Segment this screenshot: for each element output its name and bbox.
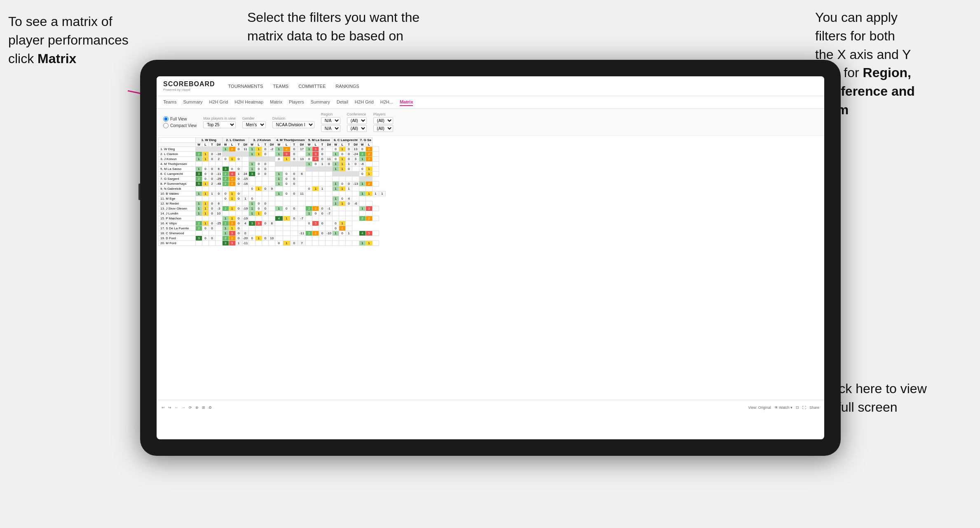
player-name-cell: 5. M La Sasso xyxy=(159,167,196,172)
matrix-cell xyxy=(216,147,223,152)
matrix-cell: 0 xyxy=(275,241,283,246)
subnav-h2h-grid2[interactable]: H2H Grid xyxy=(355,99,374,106)
matrix-cell xyxy=(242,162,249,167)
matrix-cell xyxy=(290,211,298,216)
players-select1[interactable]: (All) xyxy=(373,117,393,124)
matrix-cell xyxy=(352,216,359,221)
matrix-cell: 0 xyxy=(209,236,216,241)
toolbar-grid2-icon[interactable]: ⊡ xyxy=(796,405,799,410)
matrix-cell xyxy=(339,177,346,182)
matrix-cell: 0 xyxy=(235,221,242,226)
toolbar-refresh-icon[interactable]: ⟳ xyxy=(189,405,192,410)
sh-t4: T xyxy=(290,143,298,147)
division-select[interactable]: NCAA Division I xyxy=(272,121,314,128)
player-name-cell: 4. M Thorbjornsen xyxy=(159,162,196,167)
matrix-cell: 1 xyxy=(283,157,290,162)
toolbar-back-icon[interactable]: ← xyxy=(175,405,178,410)
toolbar-share-label[interactable]: Share xyxy=(809,405,819,410)
matrix-cell: 0 xyxy=(319,206,326,211)
table-row: 16. K Vilips210-252204330805001 xyxy=(159,221,386,226)
toolbar-zoom-icon[interactable]: ⊕ xyxy=(195,405,199,410)
subnav-summary[interactable]: Summary xyxy=(183,99,202,106)
region-select2[interactable]: N/A xyxy=(321,125,340,132)
subnav-h2h-grid[interactable]: H2H Grid xyxy=(209,99,228,106)
matrix-cell xyxy=(326,167,333,172)
subnav-h2h-dot[interactable]: H2H... xyxy=(380,99,393,106)
matrix-cell: 1 xyxy=(359,206,366,211)
matrix-cell xyxy=(346,206,352,211)
toolbar-grid-icon[interactable]: ⊞ xyxy=(202,405,205,410)
matrix-cell: 2 xyxy=(222,206,229,211)
matrix-cell xyxy=(290,226,298,231)
subnav-summary2[interactable]: Summary xyxy=(311,99,330,106)
radio-full-view-input[interactable] xyxy=(163,116,169,122)
matrix-cell: 4 xyxy=(359,231,366,236)
matrix-cell: 3 xyxy=(283,152,290,157)
radio-compact-view[interactable]: Compact View xyxy=(163,123,197,128)
subnav-h2h-heatmap[interactable]: H2H Heatmap xyxy=(234,99,263,106)
matrix-cell xyxy=(242,201,249,206)
nav-tournaments[interactable]: TOURNAMENTS xyxy=(228,83,263,90)
filter-conference: Conference (All) (All) xyxy=(347,112,367,132)
matrix-cell: 2 xyxy=(222,172,229,177)
matrix-cell xyxy=(275,236,283,241)
subnav-detail[interactable]: Detail xyxy=(337,99,348,106)
region-select[interactable]: N/A xyxy=(321,117,340,124)
matrix-cell: 1 xyxy=(379,191,385,196)
radio-compact-view-input[interactable] xyxy=(163,123,169,128)
matrix-cell xyxy=(366,162,372,167)
matrix-cell: 24 xyxy=(242,172,249,177)
matrix-cell xyxy=(333,211,339,216)
player-name-cell: 14. J Lundin xyxy=(159,211,196,216)
matrix-cell xyxy=(262,241,269,246)
matrix-cell: 1 xyxy=(202,206,209,211)
toolbar-expand-icon[interactable]: ⛶ xyxy=(802,405,806,410)
sh-t2: T xyxy=(235,143,242,147)
radio-full-view[interactable]: Full View xyxy=(163,116,197,122)
toolbar-watch-label[interactable]: 👁 Watch ▾ xyxy=(774,405,792,410)
matrix-cell xyxy=(372,147,379,152)
nav-teams[interactable]: TEAMS xyxy=(273,83,288,90)
matrix-cell: 0 xyxy=(346,182,352,186)
players-select2[interactable]: (All) xyxy=(373,125,393,132)
matrix-cell xyxy=(283,186,290,191)
subnav-matrix-active[interactable]: Matrix xyxy=(400,99,413,106)
matrix-cell xyxy=(319,226,326,231)
nav-committee[interactable]: COMMITTEE xyxy=(298,83,326,90)
matrix-cell: 2 xyxy=(229,236,235,241)
filters-bar: Full View Compact View Max players in vi… xyxy=(157,109,824,136)
matrix-cell: 1 xyxy=(196,167,202,172)
matrix-cell xyxy=(202,196,209,201)
matrix-container[interactable]: 1. W Ding 2. L Clanton 3. J Koivun 4. M … xyxy=(157,136,824,400)
gender-select[interactable]: Men's xyxy=(242,121,266,128)
matrix-cell xyxy=(312,226,319,231)
toolbar-settings-icon[interactable]: ⚙ xyxy=(209,405,212,410)
matrix-cell: 0 xyxy=(275,157,283,162)
subnav-matrix-left[interactable]: Matrix xyxy=(270,99,282,106)
conference-select2[interactable]: (All) xyxy=(347,125,367,132)
matrix-cell: 0 xyxy=(229,167,235,172)
header-col1: 1. W Ding xyxy=(196,138,223,143)
matrix-cell: 2 xyxy=(229,182,235,186)
subnav-teams[interactable]: Teams xyxy=(163,99,176,106)
matrix-cell: 4 xyxy=(346,196,352,201)
sh-l7: L xyxy=(366,143,372,147)
toolbar-undo-icon[interactable]: ↩ xyxy=(162,405,165,410)
subnav-players[interactable]: Players xyxy=(289,99,304,106)
matrix-cell xyxy=(312,216,319,221)
nav-rankings[interactable]: RANKINGS xyxy=(335,83,359,90)
matrix-cell xyxy=(242,226,249,231)
max-players-select[interactable]: Top 25 xyxy=(203,121,236,128)
matrix-cell: 1 xyxy=(222,147,229,152)
matrix-cell xyxy=(290,221,298,226)
conference-select1[interactable]: (All) xyxy=(347,117,367,124)
matrix-cell xyxy=(366,186,372,191)
matrix-cell: 1 xyxy=(222,216,229,221)
matrix-cell xyxy=(256,191,262,196)
matrix-cell: 0 xyxy=(262,167,269,172)
matrix-cell xyxy=(346,221,352,226)
toolbar-forward-icon[interactable]: → xyxy=(182,405,185,410)
matrix-cell xyxy=(372,167,379,172)
matrix-cell xyxy=(372,172,379,177)
toolbar-redo-icon[interactable]: ↪ xyxy=(168,405,171,410)
